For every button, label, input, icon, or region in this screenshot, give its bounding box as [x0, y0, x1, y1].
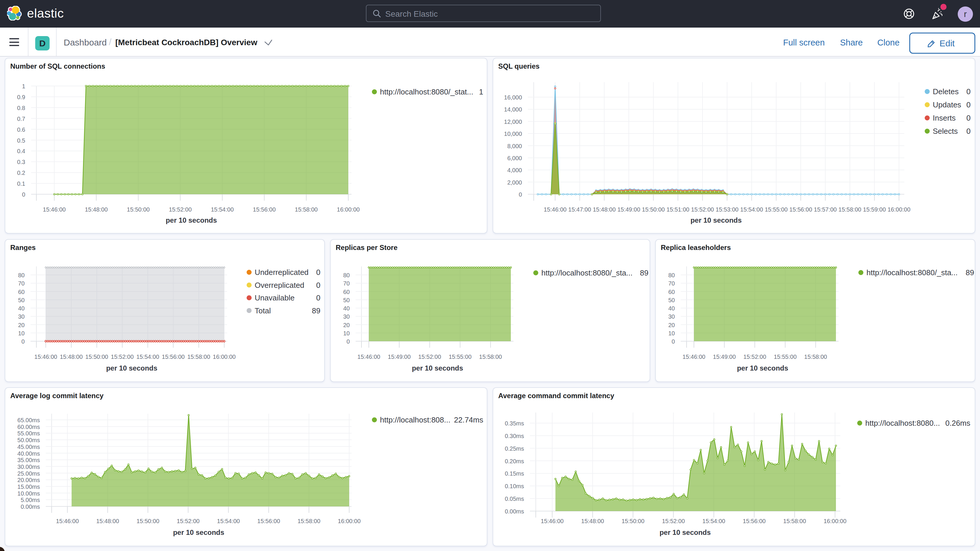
svg-text:40: 40	[343, 305, 350, 312]
svg-text:0: 0	[967, 127, 970, 135]
svg-text:15:47:00: 15:47:00	[568, 206, 591, 213]
svg-text:Total: Total	[255, 306, 271, 315]
svg-text:15:58:00: 15:58:00	[187, 354, 210, 360]
svg-text:15:52:00: 15:52:00	[169, 206, 192, 213]
svg-text:4,000: 4,000	[508, 167, 522, 174]
svg-text:15:51:00: 15:51:00	[667, 206, 689, 213]
svg-text:15:46:00: 15:46:00	[541, 518, 564, 524]
svg-text:70: 70	[343, 280, 350, 287]
svg-text:15:48:00: 15:48:00	[60, 354, 83, 360]
svg-text:15:53:00: 15:53:00	[716, 206, 738, 213]
svg-text:15:50:00: 15:50:00	[622, 518, 644, 524]
svg-text:15:46:00: 15:46:00	[34, 354, 57, 360]
svg-text:16:00:00: 16:00:00	[888, 206, 910, 213]
svg-text:15:46:00: 15:46:00	[56, 518, 79, 524]
svg-text:6,000: 6,000	[508, 155, 522, 161]
svg-text:50.00ms: 50.00ms	[18, 437, 40, 443]
svg-text:15:59:00: 15:59:00	[863, 206, 886, 213]
svg-text:http://localhost:8080/_sta...: http://localhost:8080/_sta...	[541, 268, 633, 277]
svg-text:0.5: 0.5	[17, 137, 25, 144]
svg-text:0.35ms: 0.35ms	[505, 420, 524, 427]
svg-text:40: 40	[668, 305, 675, 312]
svg-text:15.00ms: 15.00ms	[18, 484, 40, 490]
svg-text:0.15ms: 0.15ms	[505, 470, 524, 477]
svg-text:10: 10	[668, 330, 675, 336]
svg-text:0.4: 0.4	[17, 148, 25, 154]
svg-text:15:54:00: 15:54:00	[702, 518, 725, 524]
svg-text:55.00ms: 55.00ms	[18, 430, 40, 436]
svg-text:per 10 seconds: per 10 seconds	[166, 216, 217, 224]
svg-text:15:54:00: 15:54:00	[137, 354, 159, 360]
svg-text:10,000: 10,000	[504, 131, 522, 137]
svg-text:per 10 seconds: per 10 seconds	[106, 364, 158, 372]
svg-text:10.00ms: 10.00ms	[18, 490, 40, 497]
svg-text:0: 0	[22, 191, 25, 198]
svg-text:0: 0	[967, 100, 970, 109]
svg-text:0.00ms: 0.00ms	[505, 508, 524, 514]
svg-text:70: 70	[668, 280, 675, 287]
svg-text:65.00ms: 65.00ms	[18, 417, 40, 424]
svg-text:per 10 seconds: per 10 seconds	[690, 216, 742, 224]
svg-text:0: 0	[316, 281, 320, 290]
svg-text:25.00ms: 25.00ms	[18, 470, 40, 477]
svg-text:15:57:00: 15:57:00	[814, 206, 837, 213]
svg-text:15:55:00: 15:55:00	[765, 206, 788, 213]
svg-text:89: 89	[312, 306, 320, 315]
svg-text:2,000: 2,000	[508, 179, 522, 186]
svg-text:80: 80	[343, 272, 350, 279]
svg-text:12,000: 12,000	[504, 118, 522, 125]
svg-text:0: 0	[519, 191, 522, 198]
svg-text:15:58:00: 15:58:00	[838, 206, 861, 213]
svg-text:Overreplicated: Overreplicated	[255, 281, 304, 290]
svg-text:30.00ms: 30.00ms	[18, 463, 40, 470]
svg-text:0: 0	[671, 338, 675, 345]
svg-text:15:56:00: 15:56:00	[789, 206, 812, 213]
svg-text:40.00ms: 40.00ms	[18, 451, 40, 457]
svg-text:10: 10	[343, 330, 350, 336]
svg-text:0.25ms: 0.25ms	[505, 445, 524, 452]
svg-text:0.3: 0.3	[17, 159, 25, 165]
svg-text:15:50:00: 15:50:00	[642, 206, 665, 213]
svg-text:Deletes: Deletes	[933, 87, 959, 96]
svg-text:0.7: 0.7	[17, 116, 25, 122]
svg-text:15:49:00: 15:49:00	[617, 206, 640, 213]
svg-text:0.2: 0.2	[17, 170, 25, 176]
svg-text:http://localhost:8080/_sta...: http://localhost:8080/_sta...	[867, 268, 958, 277]
svg-text:0.1: 0.1	[17, 180, 25, 187]
svg-text:22.74ms: 22.74ms	[454, 416, 483, 424]
svg-text:0.26ms: 0.26ms	[945, 419, 970, 427]
svg-text:89: 89	[966, 268, 974, 277]
svg-text:0.6: 0.6	[17, 126, 25, 133]
svg-text:16:00:00: 16:00:00	[824, 518, 846, 524]
svg-text:per 10 seconds: per 10 seconds	[173, 529, 224, 536]
svg-text:16:00:00: 16:00:00	[338, 518, 361, 524]
svg-text:15:46:00: 15:46:00	[544, 206, 566, 213]
svg-text:Selects: Selects	[933, 127, 958, 135]
svg-text:15:52:00: 15:52:00	[177, 518, 199, 524]
svg-text:0: 0	[316, 268, 320, 277]
svg-text:0: 0	[316, 293, 320, 302]
svg-text:0.9: 0.9	[17, 94, 25, 100]
svg-text:15:48:00: 15:48:00	[85, 206, 108, 213]
svg-text:0.10ms: 0.10ms	[505, 483, 524, 489]
svg-text:60: 60	[18, 289, 25, 295]
svg-text:14,000: 14,000	[504, 106, 522, 113]
svg-text:20.00ms: 20.00ms	[18, 477, 40, 483]
svg-text:15:52:00: 15:52:00	[418, 354, 441, 360]
svg-text:15:46:00: 15:46:00	[682, 354, 705, 360]
svg-text:10: 10	[18, 330, 25, 336]
svg-text:50: 50	[668, 297, 675, 303]
svg-text:0.8: 0.8	[17, 105, 25, 111]
svg-text:20: 20	[18, 322, 25, 328]
svg-text:35.00ms: 35.00ms	[18, 457, 40, 463]
svg-text:16:00:00: 16:00:00	[213, 354, 235, 360]
svg-text:Unavailable: Unavailable	[255, 293, 294, 302]
svg-text:60: 60	[668, 289, 675, 295]
svg-text:30: 30	[668, 313, 675, 320]
svg-text:15:56:00: 15:56:00	[257, 518, 280, 524]
svg-text:80: 80	[18, 272, 25, 279]
svg-text:15:56:00: 15:56:00	[743, 518, 766, 524]
svg-text:15:50:00: 15:50:00	[85, 354, 108, 360]
svg-text:15:55:00: 15:55:00	[774, 354, 797, 360]
svg-text:0: 0	[967, 113, 970, 123]
